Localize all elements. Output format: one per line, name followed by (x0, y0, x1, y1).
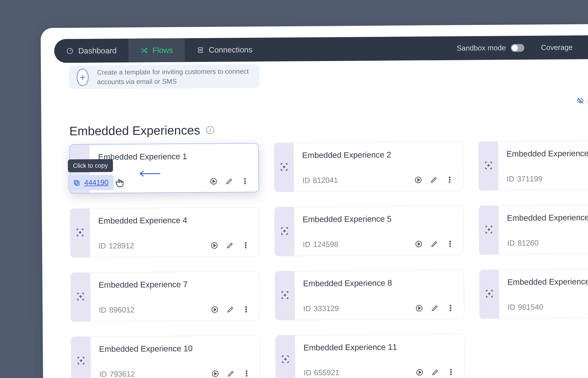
experience-card[interactable]: Embedded Experience 5 ID 124598 (274, 206, 464, 256)
experience-card[interactable]: Embedded Experience 4 ID 128912 (70, 207, 260, 258)
experience-card[interactable]: Embedded Experience 7 ID 896012 (70, 271, 260, 322)
svg-point-10 (449, 181, 450, 183)
card-title: Embedded Experience 7 (99, 279, 251, 290)
experience-card[interactable]: Embedded Experience 9 ID 981540 (479, 268, 588, 319)
layers-icon (197, 46, 204, 54)
card-title: Embedded Experience 2 (302, 150, 454, 160)
experience-card[interactable]: Embedded Experience 11 ID 655921 (275, 334, 465, 378)
edit-button[interactable] (225, 177, 233, 185)
copy-id-button[interactable]: 444190 (68, 175, 114, 190)
experience-card[interactable]: Embedded Experience 3 ID 371199 (478, 140, 588, 191)
copy-tooltip: Click to copy (68, 159, 113, 172)
create-template-card[interactable]: + Create a template for inviting custome… (69, 64, 260, 89)
edit-button[interactable] (430, 176, 438, 184)
svg-point-17 (245, 245, 246, 246)
svg-point-46 (451, 374, 452, 375)
more-button[interactable] (447, 368, 455, 376)
svg-point-6 (244, 183, 246, 184)
edit-button[interactable] (226, 241, 234, 249)
play-button[interactable] (414, 176, 422, 184)
edit-button[interactable] (431, 304, 439, 312)
svg-rect-2 (198, 51, 202, 53)
svg-point-28 (246, 306, 247, 307)
top-nav: Dashboard Flows Connections Sandbox mode… (54, 35, 588, 63)
info-icon[interactable]: i (206, 126, 214, 134)
svg-rect-48 (74, 180, 78, 184)
card-title: Embedded Experience 9 (507, 277, 588, 287)
plus-icon[interactable]: + (77, 69, 89, 86)
nav-coverage[interactable]: Coverage (541, 43, 573, 52)
more-button[interactable] (241, 177, 249, 185)
card-icon-strip (479, 270, 499, 319)
svg-point-22 (450, 246, 451, 247)
card-id[interactable]: ID 981540 (508, 303, 543, 312)
embed-icon (484, 289, 494, 300)
nav-dashboard[interactable]: Dashboard (54, 39, 129, 63)
sandbox-toggle[interactable] (511, 44, 524, 52)
play-button[interactable] (210, 178, 218, 185)
card-icon-strip (276, 335, 295, 378)
nav-dashboard-label: Dashboard (78, 46, 116, 55)
edit-button[interactable] (227, 305, 234, 313)
cards-row-2: Embedded Experience 4 ID 128912 Embedded… (70, 204, 588, 258)
svg-point-41 (246, 373, 247, 374)
card-body: Embedded Experience 1 ID 81260 (498, 204, 588, 254)
card-title: Embedded Experience 1 (507, 213, 588, 223)
play-button[interactable] (211, 305, 219, 313)
svg-rect-47 (75, 181, 79, 185)
card-id[interactable]: ID 812041 (302, 176, 338, 185)
section-title: Embedded Experiences (69, 123, 200, 138)
card-id[interactable]: ID 896012 (99, 306, 134, 315)
app-surface: Dashboard Flows Connections Sandbox mode… (41, 24, 588, 378)
embed-icon (483, 160, 493, 172)
hand-cursor-icon (114, 178, 125, 189)
card-actions (210, 241, 251, 249)
card-id[interactable]: ID 655921 (304, 368, 339, 377)
nav-flows[interactable]: Flows (128, 38, 185, 62)
more-button[interactable] (242, 241, 249, 249)
edit-button[interactable] (227, 370, 235, 377)
card-body: Embedded Experience 3 ID 371199 (498, 140, 588, 190)
experience-card[interactable]: Embedded Experience 8 ID 333129 (275, 270, 464, 320)
card-id[interactable]: ID 793612 (99, 370, 135, 378)
card-icon-strip (479, 206, 499, 255)
more-button[interactable] (447, 304, 454, 312)
play-button[interactable] (415, 304, 423, 312)
svg-point-8 (449, 177, 450, 178)
play-button[interactable] (210, 241, 218, 249)
sandbox-label: Sandbox mode (457, 43, 506, 52)
card-id[interactable]: ID 128912 (98, 242, 134, 251)
more-button[interactable] (243, 369, 251, 377)
experience-card[interactable]: Embedded Experience 1 ID 81260 (479, 204, 588, 255)
card-id[interactable]: ID 371199 (507, 175, 542, 184)
more-button[interactable] (242, 305, 250, 313)
embed-icon (280, 290, 290, 301)
card-id[interactable]: ID 333129 (303, 304, 339, 313)
card-id[interactable]: ID 124598 (303, 240, 338, 249)
svg-point-33 (450, 307, 451, 308)
card-body: Embedded Experience 11 ID 655921 (295, 334, 465, 378)
card-icon-strip (479, 142, 498, 190)
embed-icon (484, 225, 494, 236)
embed-icon (280, 354, 290, 365)
edit-button[interactable] (431, 368, 439, 376)
edit-button[interactable] (430, 240, 438, 248)
svg-point-4 (244, 178, 246, 179)
card-bottom: ID 371199 (507, 174, 588, 184)
card-bottom: ID 81260 (507, 238, 588, 248)
more-button[interactable] (446, 240, 454, 248)
more-button[interactable] (446, 176, 454, 183)
nav-connections[interactable]: Connections (185, 38, 264, 62)
play-button[interactable] (211, 370, 219, 377)
card-id[interactable]: ID 81260 (507, 239, 538, 248)
experience-card[interactable]: Embedded Experience 10 ID 793612 (71, 335, 260, 378)
copy-id-overlay: Click to copy 444190 (68, 159, 114, 190)
gauge-icon (66, 47, 74, 55)
hide-demo-flows[interactable]: Hide Demo Flows (577, 97, 588, 106)
play-button[interactable] (416, 368, 424, 376)
nav-flows-label: Flows (152, 46, 173, 55)
play-button[interactable] (415, 240, 423, 248)
nav-connections-label: Connections (209, 45, 253, 54)
svg-point-21 (450, 243, 451, 244)
experience-card[interactable]: Embedded Experience 2 ID 812041 (274, 141, 463, 192)
